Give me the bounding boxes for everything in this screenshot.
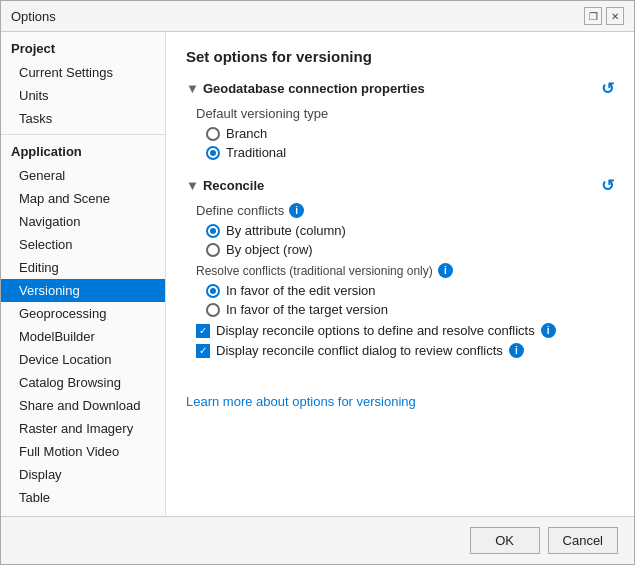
geodatabase-section: ▼ Geodatabase connection properties ↺ De… <box>186 79 614 160</box>
options-dialog: Options ❐ ✕ Project Current Settings Uni… <box>0 0 635 565</box>
sidebar-item-modelbuilder[interactable]: ModelBuilder <box>1 325 165 348</box>
radio-branch-circle <box>206 127 220 141</box>
radio-traditional-label: Traditional <box>226 145 286 160</box>
reconcile-reset-icon[interactable]: ↺ <box>601 176 614 195</box>
geodatabase-reset-icon[interactable]: ↺ <box>601 79 614 98</box>
sidebar-group-application: Application <box>1 139 165 164</box>
sidebar-item-selection[interactable]: Selection <box>1 233 165 256</box>
geodatabase-body: Default versioning type Branch Tradition… <box>186 106 614 160</box>
resolve-conflicts-label: Resolve conflicts (traditional versionin… <box>196 263 614 278</box>
checkbox-display-reconcile-options[interactable]: Display reconcile options to define and … <box>196 323 614 338</box>
resolve-conflicts-text: Resolve conflicts (traditional versionin… <box>196 264 433 278</box>
define-conflicts-radio-group: By attribute (column) By object (row) <box>196 223 614 257</box>
sidebar-item-editing[interactable]: Editing <box>1 256 165 279</box>
radio-traditional-circle <box>206 146 220 160</box>
sidebar-item-full-motion-video[interactable]: Full Motion Video <box>1 440 165 463</box>
sidebar-item-table[interactable]: Table <box>1 486 165 509</box>
reconcile-header[interactable]: ▼ Reconcile ↺ <box>186 176 614 195</box>
sidebar-item-current-settings[interactable]: Current Settings <box>1 61 165 84</box>
radio-traditional[interactable]: Traditional <box>206 145 614 160</box>
checkbox-display-reconcile-options-box <box>196 324 210 338</box>
define-conflicts-label: Define conflicts i <box>196 203 614 218</box>
dialog-footer: OK Cancel <box>1 516 634 564</box>
radio-by-attribute-circle <box>206 224 220 238</box>
close-button[interactable]: ✕ <box>606 7 624 25</box>
sidebar-item-units[interactable]: Units <box>1 84 165 107</box>
radio-by-attribute-label: By attribute (column) <box>226 223 346 238</box>
radio-favor-target[interactable]: In favor of the target version <box>206 302 614 317</box>
radio-by-object-label: By object (row) <box>226 242 313 257</box>
sidebar-item-versioning[interactable]: Versioning <box>1 279 165 302</box>
checkbox-reconcile-options-info-icon[interactable]: i <box>541 323 556 338</box>
learn-more-link[interactable]: Learn more about options for versioning <box>186 394 416 409</box>
checkbox-conflict-dialog-info-icon[interactable]: i <box>509 343 524 358</box>
window-controls: ❐ ✕ <box>584 7 624 25</box>
resolve-conflicts-radio-group: In favor of the edit version In favor of… <box>196 283 614 317</box>
checkbox-display-reconcile-options-label: Display reconcile options to define and … <box>216 323 535 338</box>
reconcile-section: ▼ Reconcile ↺ Define conflicts i By attr… <box>186 176 614 358</box>
default-versioning-label: Default versioning type <box>196 106 614 121</box>
define-conflicts-info-icon[interactable]: i <box>289 203 304 218</box>
sidebar-item-general[interactable]: General <box>1 164 165 187</box>
main-content: Set options for versioning ▼ Geodatabase… <box>166 32 634 516</box>
radio-favor-edit[interactable]: In favor of the edit version <box>206 283 614 298</box>
radio-favor-target-label: In favor of the target version <box>226 302 388 317</box>
cancel-button[interactable]: Cancel <box>548 527 618 554</box>
title-bar: Options ❐ ✕ <box>1 1 634 32</box>
sidebar-item-device-location[interactable]: Device Location <box>1 348 165 371</box>
geodatabase-collapse-arrow: ▼ <box>186 81 199 96</box>
sidebar-item-raster-and-imagery[interactable]: Raster and Imagery <box>1 417 165 440</box>
sidebar-item-map-and-scene[interactable]: Map and Scene <box>1 187 165 210</box>
sidebar: Project Current Settings Units Tasks App… <box>1 32 166 516</box>
radio-favor-edit-circle <box>206 284 220 298</box>
geodatabase-header[interactable]: ▼ Geodatabase connection properties ↺ <box>186 79 614 98</box>
dialog-title: Options <box>11 9 56 24</box>
reconcile-header-label: Reconcile <box>203 178 264 193</box>
versioning-type-radio-group: Branch Traditional <box>196 126 614 160</box>
radio-branch[interactable]: Branch <box>206 126 614 141</box>
sidebar-item-catalog-browsing[interactable]: Catalog Browsing <box>1 371 165 394</box>
radio-by-attribute[interactable]: By attribute (column) <box>206 223 614 238</box>
sidebar-group-project: Project <box>1 36 165 61</box>
sidebar-item-share-and-download[interactable]: Share and Download <box>1 394 165 417</box>
sidebar-item-display[interactable]: Display <box>1 463 165 486</box>
restore-button[interactable]: ❐ <box>584 7 602 25</box>
page-title: Set options for versioning <box>186 48 614 65</box>
radio-favor-edit-label: In favor of the edit version <box>226 283 376 298</box>
ok-button[interactable]: OK <box>470 527 540 554</box>
reconcile-collapse-arrow: ▼ <box>186 178 199 193</box>
checkbox-display-conflict-dialog[interactable]: Display reconcile conflict dialog to rev… <box>196 343 614 358</box>
sidebar-item-navigation[interactable]: Navigation <box>1 210 165 233</box>
radio-favor-target-circle <box>206 303 220 317</box>
reconcile-header-left: ▼ Reconcile <box>186 178 264 193</box>
checkbox-display-conflict-dialog-label: Display reconcile conflict dialog to rev… <box>216 343 503 358</box>
sidebar-item-layout[interactable]: Layout <box>1 509 165 516</box>
radio-branch-label: Branch <box>226 126 267 141</box>
radio-by-object-circle <box>206 243 220 257</box>
radio-by-object[interactable]: By object (row) <box>206 242 614 257</box>
geodatabase-header-label: Geodatabase connection properties <box>203 81 425 96</box>
define-conflicts-text: Define conflicts <box>196 203 284 218</box>
reconcile-body: Define conflicts i By attribute (column)… <box>186 203 614 358</box>
sidebar-item-tasks[interactable]: Tasks <box>1 107 165 130</box>
dialog-body: Project Current Settings Units Tasks App… <box>1 32 634 516</box>
resolve-conflicts-info-icon[interactable]: i <box>438 263 453 278</box>
geodatabase-header-left: ▼ Geodatabase connection properties <box>186 81 425 96</box>
sidebar-item-geoprocessing[interactable]: Geoprocessing <box>1 302 165 325</box>
checkbox-display-conflict-dialog-box <box>196 344 210 358</box>
